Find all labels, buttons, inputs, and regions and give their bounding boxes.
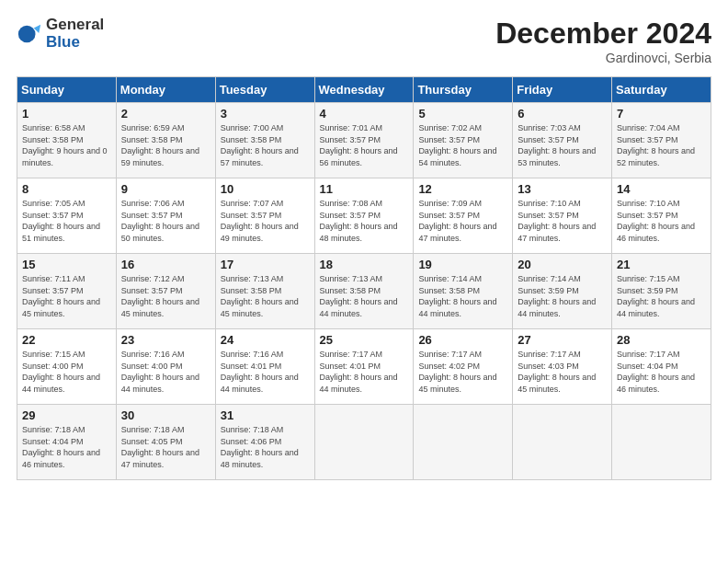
weekday-header: Tuesday [215, 77, 314, 103]
calendar-cell: 21Sunrise: 7:15 AMSunset: 3:59 PMDayligh… [612, 254, 711, 329]
calendar-cell: 2Sunrise: 6:59 AMSunset: 3:58 PMDaylight… [116, 103, 215, 178]
day-number: 14 [617, 182, 706, 196]
day-info: Sunrise: 7:15 AMSunset: 4:00 PMDaylight:… [22, 350, 100, 394]
day-number: 27 [518, 333, 607, 347]
calendar-week: 29Sunrise: 7:18 AMSunset: 4:04 PMDayligh… [17, 405, 711, 480]
day-number: 7 [617, 107, 706, 121]
logo-icon [17, 21, 42, 47]
day-info: Sunrise: 7:08 AMSunset: 3:57 PMDaylight:… [320, 199, 398, 243]
calendar-cell: 8Sunrise: 7:05 AMSunset: 3:57 PMDaylight… [17, 178, 117, 254]
day-info: Sunrise: 7:14 AMSunset: 3:58 PMDaylight:… [418, 274, 496, 318]
calendar-cell: 22Sunrise: 7:15 AMSunset: 4:00 PMDayligh… [17, 329, 117, 405]
logo-text: General Blue [46, 17, 104, 51]
day-info: Sunrise: 7:17 AMSunset: 4:02 PMDaylight:… [418, 350, 496, 394]
calendar-cell: 14Sunrise: 7:10 AMSunset: 3:57 PMDayligh… [612, 178, 711, 254]
location-subtitle: Gardinovci, Serbia [495, 51, 711, 65]
calendar-cell: 24Sunrise: 7:16 AMSunset: 4:01 PMDayligh… [215, 329, 314, 405]
day-info: Sunrise: 7:16 AMSunset: 4:00 PMDaylight:… [121, 350, 199, 394]
calendar-cell: 26Sunrise: 7:17 AMSunset: 4:02 PMDayligh… [414, 329, 513, 405]
day-info: Sunrise: 7:18 AMSunset: 4:05 PMDaylight:… [121, 425, 199, 469]
day-info: Sunrise: 7:13 AMSunset: 3:58 PMDaylight:… [320, 274, 398, 318]
day-info: Sunrise: 7:15 AMSunset: 3:59 PMDaylight:… [617, 274, 695, 318]
day-number: 30 [121, 408, 210, 422]
calendar-cell [612, 405, 711, 480]
day-number: 16 [121, 258, 210, 271]
calendar-cell: 9Sunrise: 7:06 AMSunset: 3:57 PMDaylight… [116, 178, 215, 254]
calendar-cell: 15Sunrise: 7:11 AMSunset: 3:57 PMDayligh… [17, 254, 117, 329]
calendar-cell: 11Sunrise: 7:08 AMSunset: 3:57 PMDayligh… [314, 178, 414, 254]
calendar-cell: 25Sunrise: 7:17 AMSunset: 4:01 PMDayligh… [314, 329, 414, 405]
day-number: 10 [221, 182, 310, 196]
day-info: Sunrise: 7:07 AMSunset: 3:57 PMDaylight:… [221, 199, 299, 243]
day-number: 26 [418, 333, 507, 347]
calendar-cell: 28Sunrise: 7:17 AMSunset: 4:04 PMDayligh… [612, 329, 711, 405]
title-section: December 2024 Gardinovci, Serbia [495, 17, 711, 65]
calendar-cell: 17Sunrise: 7:13 AMSunset: 3:58 PMDayligh… [215, 254, 314, 329]
day-number: 17 [221, 258, 310, 271]
weekday-header: Thursday [414, 77, 513, 103]
calendar-week: 15Sunrise: 7:11 AMSunset: 3:57 PMDayligh… [17, 254, 711, 329]
day-number: 8 [22, 182, 111, 196]
calendar-cell: 4Sunrise: 7:01 AMSunset: 3:57 PMDaylight… [314, 103, 414, 178]
weekday-header: Sunday [17, 77, 117, 103]
weekday-header: Saturday [612, 77, 711, 103]
day-number: 29 [22, 408, 111, 422]
weekday-header: Monday [116, 77, 215, 103]
day-info: Sunrise: 7:01 AMSunset: 3:57 PMDaylight:… [320, 123, 398, 167]
day-info: Sunrise: 7:17 AMSunset: 4:03 PMDaylight:… [518, 350, 596, 394]
calendar-cell: 5Sunrise: 7:02 AMSunset: 3:57 PMDaylight… [414, 103, 513, 178]
calendar-cell: 6Sunrise: 7:03 AMSunset: 3:57 PMDaylight… [513, 103, 612, 178]
day-info: Sunrise: 7:17 AMSunset: 4:04 PMDaylight:… [617, 350, 695, 394]
header: General Blue December 2024 Gardinovci, S… [17, 17, 711, 65]
day-info: Sunrise: 7:02 AMSunset: 3:57 PMDaylight:… [418, 123, 496, 167]
day-info: Sunrise: 7:17 AMSunset: 4:01 PMDaylight:… [320, 350, 398, 394]
day-info: Sunrise: 6:58 AMSunset: 3:58 PMDaylight:… [22, 123, 108, 167]
logo-general: General [46, 17, 104, 34]
day-number: 25 [320, 333, 409, 347]
calendar-cell: 10Sunrise: 7:07 AMSunset: 3:57 PMDayligh… [215, 178, 314, 254]
calendar-cell: 29Sunrise: 7:18 AMSunset: 4:04 PMDayligh… [17, 405, 117, 480]
day-number: 18 [320, 258, 409, 271]
day-number: 6 [518, 107, 607, 121]
calendar-cell: 20Sunrise: 7:14 AMSunset: 3:59 PMDayligh… [513, 254, 612, 329]
calendar-week: 22Sunrise: 7:15 AMSunset: 4:00 PMDayligh… [17, 329, 711, 405]
svg-point-0 [18, 25, 36, 42]
day-number: 20 [518, 258, 607, 271]
calendar-cell: 7Sunrise: 7:04 AMSunset: 3:57 PMDaylight… [612, 103, 711, 178]
day-number: 21 [617, 258, 706, 271]
day-info: Sunrise: 7:03 AMSunset: 3:57 PMDaylight:… [518, 123, 596, 167]
day-number: 15 [22, 258, 111, 271]
day-number: 23 [121, 333, 210, 347]
weekday-header: Friday [513, 77, 612, 103]
calendar-week: 1Sunrise: 6:58 AMSunset: 3:58 PMDaylight… [17, 103, 711, 178]
day-info: Sunrise: 7:10 AMSunset: 3:57 PMDaylight:… [617, 199, 695, 243]
day-info: Sunrise: 7:06 AMSunset: 3:57 PMDaylight:… [121, 199, 199, 243]
day-info: Sunrise: 7:18 AMSunset: 4:06 PMDaylight:… [221, 425, 299, 469]
day-number: 24 [221, 333, 310, 347]
month-title: December 2024 [495, 17, 711, 51]
day-number: 1 [22, 107, 111, 121]
header-row: SundayMondayTuesdayWednesdayThursdayFrid… [17, 77, 711, 103]
weekday-header: Wednesday [314, 77, 414, 103]
day-number: 12 [418, 182, 507, 196]
logo-blue: Blue [46, 34, 104, 52]
day-info: Sunrise: 7:11 AMSunset: 3:57 PMDaylight:… [22, 274, 100, 318]
day-number: 3 [221, 107, 310, 121]
day-info: Sunrise: 7:04 AMSunset: 3:57 PMDaylight:… [617, 123, 695, 167]
day-info: Sunrise: 7:10 AMSunset: 3:57 PMDaylight:… [518, 199, 596, 243]
calendar-cell: 18Sunrise: 7:13 AMSunset: 3:58 PMDayligh… [314, 254, 414, 329]
day-number: 5 [418, 107, 507, 121]
day-info: Sunrise: 7:16 AMSunset: 4:01 PMDaylight:… [221, 350, 299, 394]
calendar-cell: 16Sunrise: 7:12 AMSunset: 3:57 PMDayligh… [116, 254, 215, 329]
day-number: 11 [320, 182, 409, 196]
day-number: 19 [418, 258, 507, 271]
calendar-week: 8Sunrise: 7:05 AMSunset: 3:57 PMDaylight… [17, 178, 711, 254]
calendar-cell: 13Sunrise: 7:10 AMSunset: 3:57 PMDayligh… [513, 178, 612, 254]
calendar-cell [414, 405, 513, 480]
day-number: 9 [121, 182, 210, 196]
calendar-table: SundayMondayTuesdayWednesdayThursdayFrid… [17, 76, 711, 480]
calendar-cell: 3Sunrise: 7:00 AMSunset: 3:58 PMDaylight… [215, 103, 314, 178]
day-number: 28 [617, 333, 706, 347]
day-number: 2 [121, 107, 210, 121]
day-number: 31 [221, 408, 310, 422]
